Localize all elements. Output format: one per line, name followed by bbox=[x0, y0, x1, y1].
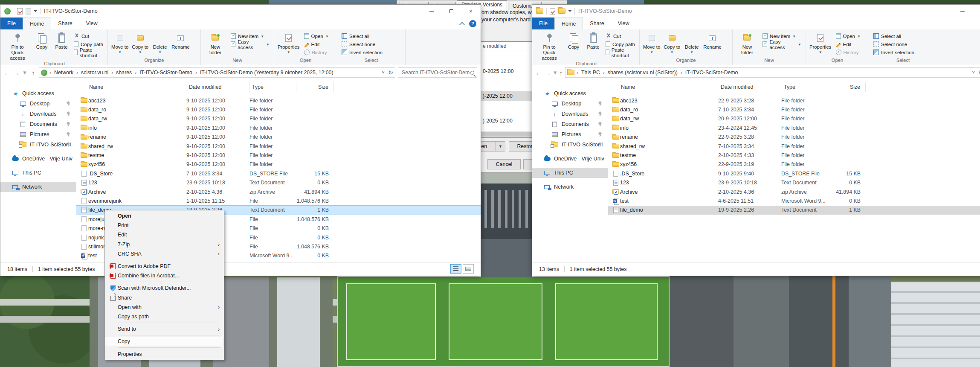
qat-properties-icon[interactable] bbox=[550, 8, 555, 15]
tab-view[interactable]: View bbox=[611, 17, 636, 29]
ribbon-button-pasteshort[interactable]: Paste shortcut bbox=[72, 48, 105, 56]
title-bar[interactable]: ▼IT-ITVO-SciStor-Demo× bbox=[532, 5, 980, 17]
file-row[interactable]: abc1239-10-2025 12:00File folder bbox=[76, 96, 481, 105]
ribbon-button-selnone[interactable]: Select none bbox=[872, 40, 916, 48]
menu-item-share[interactable]: Share bbox=[105, 293, 224, 303]
sidebar-item-onedrive-vrije-univ[interactable]: OneDrive - Vrije Univ bbox=[0, 154, 76, 164]
search-icon[interactable] bbox=[470, 71, 474, 75]
file-row[interactable]: test4-6-2025 11:51Microsoft Word 9...0 K… bbox=[608, 196, 980, 205]
tab-home[interactable]: Home bbox=[554, 17, 583, 29]
address-dropdown-icon[interactable]: ˅ bbox=[382, 70, 385, 76]
view-details-button[interactable] bbox=[450, 264, 461, 274]
file-row[interactable]: data_ro9-10-2025 12:00File folder bbox=[76, 105, 481, 114]
explorer-window-thispc[interactable]: ▼IT-ITVO-SciStor-Demo×FileHomeShareView?… bbox=[532, 4, 980, 276]
breadcrumb-item[interactable]: scistor.vu.nl bbox=[80, 70, 109, 76]
maximize-button[interactable] bbox=[441, 5, 461, 17]
ribbon-button-pin[interactable]: Pin to Quick access bbox=[535, 31, 563, 61]
sidebar-item-pictures[interactable]: Pictures bbox=[532, 129, 608, 140]
file-row[interactable]: rename22-9-2025 3:28File folder bbox=[608, 133, 980, 142]
ribbon-button-copyto[interactable]: Copy to▼ bbox=[662, 31, 681, 54]
sidebar-item-pictures[interactable]: Pictures bbox=[0, 129, 76, 140]
refresh-icon[interactable]: ↻ bbox=[388, 69, 393, 76]
tab-share[interactable]: Share bbox=[51, 17, 79, 29]
sidebar-item-quick-access[interactable]: ★Quick access bbox=[0, 88, 76, 99]
menu-item-crc-sha[interactable]: CRC SHA› bbox=[105, 249, 224, 259]
file-row[interactable]: data_rw9-10-2025 12:00File folder bbox=[76, 114, 481, 123]
file-row[interactable]: shared_rw7-10-2025 3:34File folder bbox=[608, 142, 980, 151]
sidebar-item-desktop[interactable]: Desktop bbox=[532, 99, 608, 109]
search-input[interactable] bbox=[401, 69, 470, 76]
ribbon-button-copy[interactable]: Copy bbox=[564, 31, 583, 50]
file-row[interactable]: .DS_Store7-10-2025 3:34DS_STORE File15 K… bbox=[76, 169, 481, 178]
file-row[interactable]: info23-4-2024 12:45File folder bbox=[608, 123, 980, 132]
close-button[interactable]: × bbox=[461, 5, 481, 17]
breadcrumb-item[interactable]: IT-ITVO-SciStor-Demo (Yesterday 9 oktobe… bbox=[199, 70, 334, 76]
sidebar-item-downloads[interactable]: ↓Downloads bbox=[0, 109, 76, 119]
ribbon-button-history[interactable]: History bbox=[834, 48, 862, 56]
tab-file[interactable]: File bbox=[532, 17, 554, 29]
search-box[interactable] bbox=[398, 67, 477, 78]
sidebar-item-documents[interactable]: Documents bbox=[532, 119, 608, 129]
breadcrumb-item[interactable]: shares bbox=[115, 70, 133, 76]
ribbon-button-selall[interactable]: Select all bbox=[872, 32, 916, 40]
sidebar-item-it-itvo-scistor-i[interactable]: IT-ITVO-SciStor-I bbox=[0, 140, 76, 150]
breadcrumb-item[interactable]: IT-ITVO-SciStor-Demo bbox=[139, 70, 193, 76]
file-row[interactable]: xyz45622-9-2025 3:19File folder bbox=[608, 160, 980, 169]
recent-locations-icon[interactable]: ▾ bbox=[22, 69, 28, 76]
menu-item-open[interactable]: Open bbox=[105, 211, 224, 221]
qat-customize-chevron-icon[interactable]: ▼ bbox=[34, 10, 37, 12]
menu-item-scan-with-microsoft-defender[interactable]: Scan with Microsoft Defender... bbox=[105, 283, 224, 293]
ribbon-button-rename[interactable]: Rename bbox=[702, 31, 723, 50]
sidebar-item-it-itvo-scistor-i[interactable]: IT-ITVO-SciStor-I bbox=[532, 140, 608, 150]
sidebar-item-downloads[interactable]: ↓Downloads bbox=[532, 109, 608, 119]
ribbon-button-paste[interactable]: Paste bbox=[52, 31, 71, 50]
menu-item-copy[interactable]: Copy bbox=[105, 337, 224, 346]
breadcrumb-item[interactable]: shares (scistor.vu.nl (SciStor)) bbox=[607, 70, 678, 76]
sidebar-item-desktop[interactable]: Desktop bbox=[0, 99, 76, 109]
back-icon[interactable]: ← bbox=[4, 69, 10, 76]
ribbon-button-open[interactable]: Open▼ bbox=[834, 32, 862, 40]
cancel-button[interactable]: Cancel bbox=[487, 159, 521, 169]
tab-share[interactable]: Share bbox=[583, 17, 611, 29]
minimize-button[interactable] bbox=[422, 5, 441, 17]
ribbon-button-properties[interactable]: Properties▼ bbox=[808, 31, 833, 54]
column-header-name[interactable]: Name bbox=[608, 82, 718, 92]
open-version-dropdown[interactable]: ▼ bbox=[496, 141, 505, 151]
sidebar-item-network[interactable]: Network bbox=[0, 182, 76, 192]
explorer-window-network[interactable]: ▼IT-ITVO-SciStor-Demo×FileHomeShareView?… bbox=[0, 4, 481, 276]
sidebar-item-this-pc[interactable]: This PC bbox=[532, 168, 608, 178]
file-row[interactable]: info9-10-2025 12:00File folder bbox=[76, 123, 481, 132]
ribbon-button-easyaccess[interactable]: Easy access▼ bbox=[761, 40, 803, 48]
ribbon-button-newfolder[interactable]: New folder bbox=[735, 31, 760, 55]
column-header-size[interactable]: Size bbox=[296, 82, 334, 92]
ribbon-button-delete[interactable]: Delete▼ bbox=[682, 31, 701, 54]
qat-customize-chevron-icon[interactable]: ▼ bbox=[568, 10, 571, 12]
file-row[interactable]: testme2-10-2025 4:33File folder bbox=[608, 151, 980, 160]
ribbon-button-copy[interactable]: Copy bbox=[32, 31, 51, 50]
address-dropdown-icon[interactable]: ˅ bbox=[972, 70, 975, 76]
view-thumbnails-button[interactable] bbox=[463, 264, 474, 274]
recent-locations-icon[interactable]: ▾ bbox=[554, 69, 557, 76]
navigation-pane[interactable]: ★Quick accessDesktop↓DownloadsDocumentsP… bbox=[0, 80, 76, 262]
ribbon-button-selnone[interactable]: Select none bbox=[340, 40, 384, 48]
column-header-type[interactable]: Type bbox=[781, 82, 828, 92]
navigation-pane[interactable]: ★Quick accessDesktop↓DownloadsDocumentsP… bbox=[532, 80, 608, 262]
ribbon-button-moveto[interactable]: Move to▼ bbox=[110, 31, 130, 54]
file-row[interactable]: testme9-10-2025 12:00File folder bbox=[76, 151, 481, 160]
menu-item-open-with[interactable]: Open with› bbox=[105, 303, 224, 312]
tab-view[interactable]: View bbox=[79, 17, 104, 29]
column-header-size[interactable]: Size bbox=[828, 82, 866, 92]
ribbon-button-pin[interactable]: Pin to Quick access bbox=[3, 31, 32, 61]
column-header-type[interactable]: Type bbox=[249, 82, 296, 92]
ribbon-button-newfolder[interactable]: New folder bbox=[203, 31, 228, 55]
sidebar-item-onedrive-vrije-univ[interactable]: OneDrive - Vrije Univ bbox=[532, 154, 608, 164]
ribbon-button-paste[interactable]: Paste bbox=[584, 31, 603, 50]
file-row[interactable]: 12323-9-2025 10:18Text Document0 KB bbox=[76, 178, 481, 187]
ribbon-button-open[interactable]: Open▼ bbox=[302, 32, 331, 40]
menu-item-combine-files-in-acrobat[interactable]: Combine files in Acrobat... bbox=[105, 271, 224, 280]
collapse-ribbon-icon[interactable] bbox=[459, 22, 465, 27]
refresh-icon[interactable]: ↻ bbox=[978, 69, 980, 76]
menu-item-send-to[interactable]: Send to› bbox=[105, 324, 224, 334]
file-row[interactable]: evenmorejunk1-10-2025 11:15File1.048.576… bbox=[76, 196, 481, 205]
file-row[interactable]: file_demo19-9-2025 2:26Text Document1 KB bbox=[608, 206, 980, 215]
